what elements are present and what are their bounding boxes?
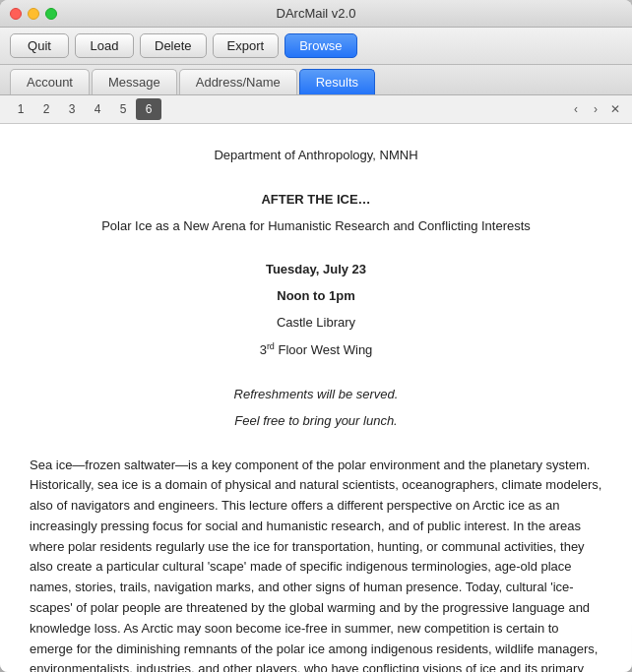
tabbar: Account Message Address/Name Results [0,65,632,95]
tab-results[interactable]: Results [299,69,375,94]
close-button[interactable] [10,8,22,20]
page-2[interactable]: 2 [33,98,59,120]
maximize-button[interactable] [45,8,57,20]
titlebar: DArcMail v2.0 [0,0,632,28]
event-date: Tuesday, July 23 [30,260,602,280]
page-3[interactable]: 3 [59,98,85,120]
app-window: DArcMail v2.0 Quit Load Delete Export Br… [0,0,632,672]
browse-button[interactable]: Browse [284,33,356,58]
close-page-button[interactable]: ✕ [606,100,624,118]
page-1[interactable]: 1 [8,98,33,120]
prev-page-button[interactable]: ‹ [567,100,585,118]
delete-button[interactable]: Delete [140,33,207,58]
dept-line: Department of Anthropology, NMNH [30,146,602,166]
body-paragraph: Sea ice—frozen saltwater—is a key compon… [30,456,602,673]
page-6[interactable]: 6 [136,98,161,120]
quit-button[interactable]: Quit [10,33,69,58]
page-bar: 1 2 3 4 5 6 ‹ › ✕ [0,95,632,124]
lunch-note: Feel free to bring your lunch. [30,411,602,432]
tab-address[interactable]: Address/Name [179,69,297,94]
minimize-button[interactable] [28,8,39,20]
subtitle: Polar Ice as a New Arena for Humanistic … [30,216,602,237]
window-title: DArcMail v2.0 [277,6,356,21]
page-navigation: ‹ › ✕ [567,100,624,118]
page-4[interactable]: 4 [85,98,110,120]
message-content[interactable]: Department of Anthropology, NMNH AFTER T… [0,124,632,672]
export-button[interactable]: Export [213,33,280,58]
tab-account[interactable]: Account [10,69,90,94]
load-button[interactable]: Load [75,33,134,58]
refreshments: Refreshments will be served. [30,385,602,405]
event-location: Castle Library [30,313,602,334]
traffic-lights [10,8,57,20]
tab-message[interactable]: Message [92,69,177,94]
after-ice-title: AFTER THE ICE… [30,190,602,211]
event-time: Noon to 1pm [30,286,602,307]
next-page-button[interactable]: › [587,100,604,118]
page-5[interactable]: 5 [110,98,136,120]
event-floor: 3rd Floor West Wing [30,339,602,361]
toolbar: Quit Load Delete Export Browse [0,28,632,65]
